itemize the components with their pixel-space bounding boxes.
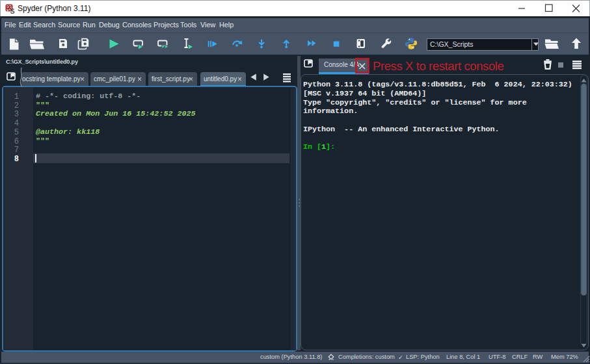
svg-text:S: S bbox=[10, 7, 14, 14]
